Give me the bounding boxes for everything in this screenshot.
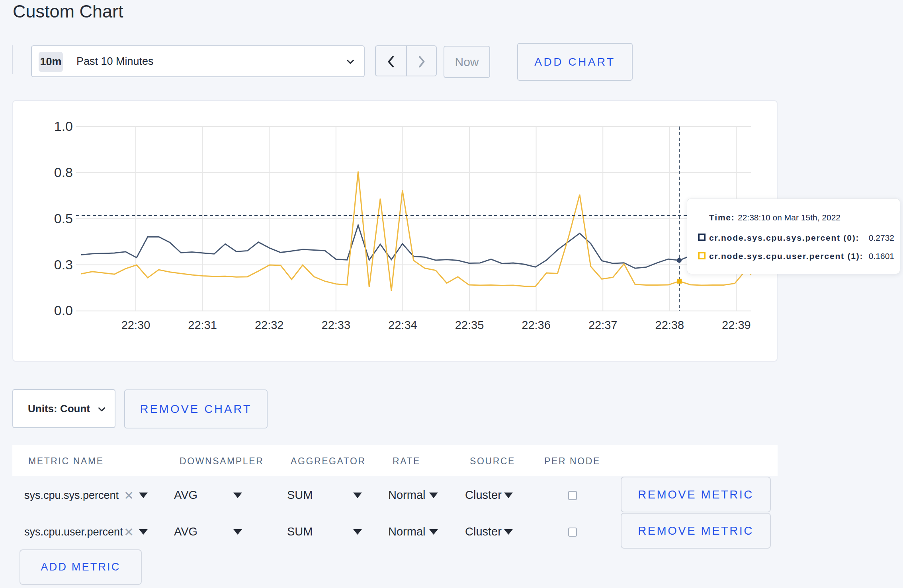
svg-text:22:34: 22:34	[388, 319, 417, 331]
svg-text:22:32: 22:32	[255, 319, 284, 331]
svg-text:22:38: 22:38	[655, 319, 684, 331]
svg-text:22:37: 22:37	[588, 319, 618, 331]
svg-text:0.0: 0.0	[54, 303, 73, 318]
svg-text:1.0: 1.0	[54, 119, 73, 134]
svg-text:22:35: 22:35	[455, 319, 484, 331]
svg-text:0.3: 0.3	[54, 257, 73, 272]
svg-text:22:30: 22:30	[121, 319, 150, 331]
svg-text:22:33: 22:33	[322, 319, 351, 331]
svg-text:0.5: 0.5	[54, 211, 73, 226]
svg-text:22:31: 22:31	[188, 319, 217, 331]
svg-text:0.8: 0.8	[54, 165, 73, 180]
svg-text:22:39: 22:39	[722, 319, 751, 331]
svg-text:22:36: 22:36	[522, 319, 551, 331]
